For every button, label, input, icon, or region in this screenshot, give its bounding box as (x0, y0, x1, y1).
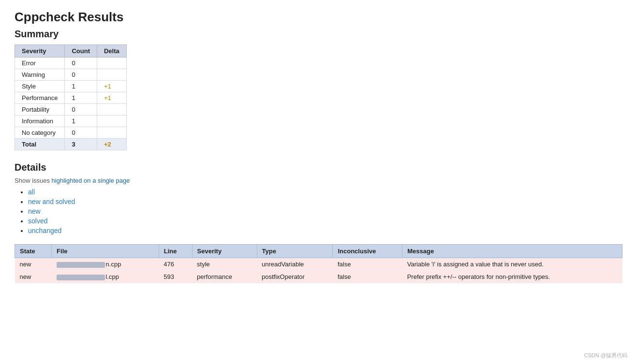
summary-cell-count: 0 (65, 69, 97, 81)
results-col-header: State (15, 245, 52, 258)
table-cell: 476 (159, 258, 192, 271)
summary-cell-delta: +1 (97, 81, 126, 92)
summary-cell-severity: Error (15, 58, 65, 69)
summary-cell-severity: Style (15, 81, 65, 92)
table-cell: postfixOperator (257, 271, 333, 283)
table-cell: new (15, 258, 52, 271)
table-cell: new (15, 271, 52, 283)
summary-row: Portability0 (15, 104, 127, 116)
results-table: StateFileLineSeverityTypeInconclusiveMes… (15, 244, 622, 283)
summary-cell-severity: Warning (15, 69, 65, 81)
filter-link[interactable]: unchanged (28, 227, 61, 234)
file-suffix: n.cpp (106, 261, 121, 268)
filter-link[interactable]: new (28, 207, 41, 215)
results-col-header: Message (402, 245, 622, 258)
file-blur (57, 275, 105, 280)
summary-col-severity: Severity (15, 45, 65, 58)
summary-cell-count: 3 (65, 139, 97, 150)
filter-list-item: all (28, 188, 622, 196)
table-cell: false (333, 258, 402, 271)
filter-list: allnew and solvednewsolvedunchanged (15, 188, 622, 234)
summary-cell-delta (97, 127, 126, 139)
summary-cell-delta: +2 (97, 139, 126, 150)
results-col-header: Type (257, 245, 333, 258)
table-cell: false (333, 271, 402, 283)
summary-row: Performance1+1 (15, 92, 127, 104)
filter-list-item: new (28, 207, 622, 215)
summary-cell-count: 0 (65, 104, 97, 116)
summary-row: No category0 (15, 127, 127, 139)
details-section: Details Show issues highlighted on a sin… (15, 162, 622, 234)
summary-cell-severity: Performance (15, 92, 65, 104)
table-cell: l.cpp (52, 271, 159, 283)
page-title: Cppcheck Results (15, 10, 622, 25)
summary-row: Information1 (15, 116, 127, 127)
filter-link[interactable]: new and solved (28, 198, 75, 205)
show-issues-text: Show issues highlighted on a single page (15, 177, 622, 184)
highlight-link[interactable]: highlighted on a single page (52, 177, 130, 184)
summary-cell-severity: Portability (15, 104, 65, 116)
summary-cell-severity: Information (15, 116, 65, 127)
table-cell: 593 (159, 271, 192, 283)
summary-cell-count: 1 (65, 92, 97, 104)
summary-cell-delta (97, 58, 126, 69)
summary-col-count: Count (65, 45, 97, 58)
results-col-header: Inconclusive (333, 245, 402, 258)
summary-cell-count: 1 (65, 116, 97, 127)
filter-list-item: new and solved (28, 198, 622, 205)
results-col-header: Severity (192, 245, 257, 258)
summary-cell-delta (97, 104, 126, 116)
filter-link[interactable]: all (28, 188, 35, 196)
summary-cell-severity: No category (15, 127, 65, 139)
table-cell: unreadVariable (257, 258, 333, 271)
summary-col-delta: Delta (97, 45, 126, 58)
table-cell: Prefer prefix ++/-- operators for non-pr… (402, 271, 622, 283)
filter-list-item: solved (28, 217, 622, 225)
summary-heading: Summary (15, 29, 622, 40)
summary-row: Total3+2 (15, 139, 127, 150)
table-cell: style (192, 258, 257, 271)
summary-row: Style1+1 (15, 81, 127, 92)
results-col-header: File (52, 245, 159, 258)
table-row: newl.cpp593performancepostfixOperatorfal… (15, 271, 622, 283)
summary-row: Warning0 (15, 69, 127, 81)
summary-cell-count: 0 (65, 58, 97, 69)
summary-cell-severity: Total (15, 139, 65, 150)
details-heading: Details (15, 162, 622, 173)
summary-cell-delta (97, 69, 126, 81)
table-cell: Variable 'i' is assigned a value that is… (402, 258, 622, 271)
summary-table: Severity Count Delta Error0Warning0Style… (15, 44, 127, 150)
file-blur (57, 262, 105, 268)
summary-row: Error0 (15, 58, 127, 69)
filter-list-item: unchanged (28, 227, 622, 234)
summary-cell-count: 1 (65, 81, 97, 92)
filter-link[interactable]: solved (28, 217, 47, 225)
table-cell: n.cpp (52, 258, 159, 271)
summary-cell-count: 0 (65, 127, 97, 139)
table-row: newn.cpp476styleunreadVariablefalseVaria… (15, 258, 622, 271)
table-cell: performance (192, 271, 257, 283)
file-suffix: l.cpp (106, 273, 119, 280)
summary-cell-delta (97, 116, 126, 127)
results-col-header: Line (159, 245, 192, 258)
summary-cell-delta: +1 (97, 92, 126, 104)
